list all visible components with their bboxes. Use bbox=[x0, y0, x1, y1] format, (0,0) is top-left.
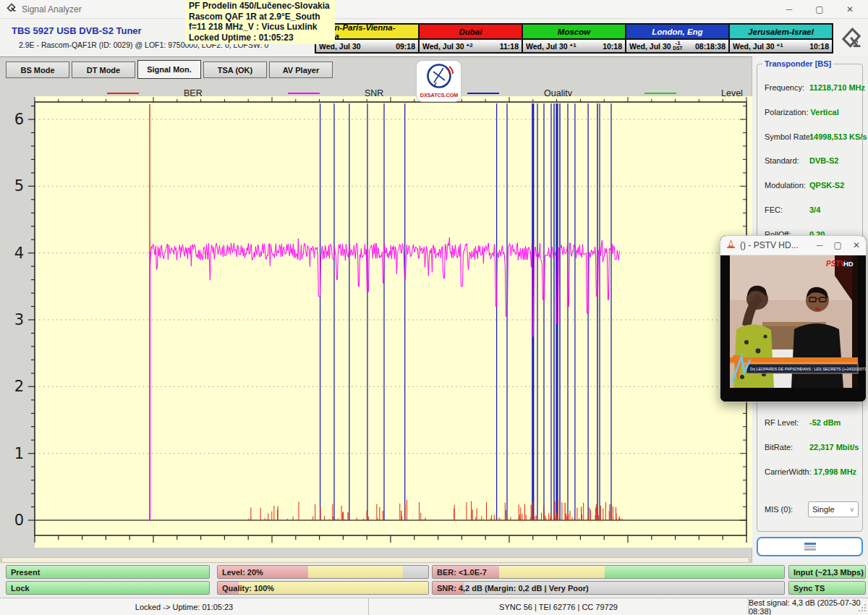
antenna-info-box: PF Prodelin 450/Lučenec-Slovakia Rascom … bbox=[185, 0, 335, 44]
clock-offset-sub: DST bbox=[673, 46, 683, 51]
clock-city: Jerusalem-Israel bbox=[728, 23, 833, 38]
ber-bar: BER: <1.0E-7 bbox=[432, 565, 785, 579]
svg-text:1: 1 bbox=[14, 445, 24, 462]
dxsatcs-logo: DXSATCS.COM bbox=[416, 60, 461, 102]
titlebar: Signal Analyzer ─ ▢ ✕ bbox=[0, 0, 868, 19]
ber-label: BER: <1.0E-7 bbox=[437, 568, 487, 577]
field-label: CarrierWidth: bbox=[765, 467, 814, 476]
lock-indicator: Lock bbox=[6, 581, 210, 595]
level-label: Level: 20% bbox=[222, 568, 263, 577]
close-icon[interactable]: ✕ bbox=[835, 0, 865, 19]
field-label: Frequency: bbox=[765, 83, 809, 92]
field-value: 11218,710 MHz bbox=[809, 83, 865, 92]
field-symbol-rate: Symbol Rate:14998,513 KS/s bbox=[765, 132, 860, 141]
channel-logo-hd: HD bbox=[843, 260, 854, 268]
clock-time: 10:18 bbox=[603, 42, 622, 51]
clock-london: London, Eng Wed, Jul 30-1DST08:18:38 bbox=[625, 23, 730, 54]
dxsatcs-brand-text: DXSATCS.COM bbox=[420, 92, 458, 98]
vlc-titlebar: () - PSTV HD... ─ ▢ ✕ bbox=[720, 236, 866, 255]
field-value: -52 dBm bbox=[809, 418, 841, 427]
stream-list-button[interactable] bbox=[757, 537, 863, 556]
maximize-icon[interactable]: ▢ bbox=[804, 0, 835, 19]
info-line: Locked Uptime : 01:05:23 bbox=[189, 33, 331, 43]
vlc-player-window[interactable]: () - PSTV HD... ─ ▢ ✕ bbox=[720, 235, 867, 402]
field-value: DVB-S2 bbox=[809, 156, 838, 165]
clock-date: Wed, Jul 30 bbox=[526, 42, 568, 51]
vlc-cone-icon bbox=[726, 239, 736, 252]
clock-city: Moscow bbox=[522, 23, 626, 38]
field-standard: Standard:DVB-S2 bbox=[765, 156, 860, 165]
satellite-app-icon bbox=[6, 2, 17, 16]
clock-time: 09:18 bbox=[396, 42, 415, 51]
clock-offset: +2 bbox=[467, 43, 473, 48]
svg-text:4: 4 bbox=[14, 245, 24, 262]
vlc-video-area[interactable]: PSTV HD Drj LEOPARDS DE PAPSON DANS : LE… bbox=[720, 255, 866, 402]
clock-date: Wed, Jul 30 bbox=[733, 42, 775, 51]
field-value: 3/4 bbox=[809, 205, 820, 214]
svg-text:0: 0 bbox=[14, 512, 24, 529]
field-frequency: Frequency:11218,710 MHz bbox=[765, 83, 860, 92]
clock-dubai: Dubai Wed, Jul 30+211:18 bbox=[418, 23, 523, 54]
quality-bar: Quality: 100% bbox=[217, 581, 429, 595]
level-line-swatch bbox=[644, 93, 676, 94]
clock-time: 08:18:38 bbox=[695, 42, 726, 51]
info-line: f=11 218 MHz_V : Vicus Luxlink bbox=[189, 22, 331, 33]
clock-city: Dubai bbox=[418, 23, 523, 38]
quality-line-swatch bbox=[467, 93, 499, 94]
present-label: Present bbox=[11, 568, 40, 577]
clock-date: Wed, Jul 30 bbox=[422, 42, 464, 51]
banner-text-right: DANS : LES SECRETS ()+24320207324T bbox=[800, 367, 867, 371]
svg-text:2: 2 bbox=[14, 378, 24, 395]
minimize-icon[interactable]: ─ bbox=[774, 0, 804, 19]
transponder-title: Transponder [BS] bbox=[762, 59, 833, 68]
field-value: QPSK-S2 bbox=[809, 181, 844, 190]
info-line: Rascom QAF 1R at 2.9°E_South bbox=[189, 12, 331, 22]
vlc-minimize-icon[interactable]: ─ bbox=[817, 240, 823, 250]
signal-chart: 0123456 bbox=[0, 95, 752, 564]
tab-dt-mode[interactable]: DT Mode bbox=[72, 62, 135, 78]
quality-label: Quality: 100% bbox=[222, 584, 274, 593]
ber-line-swatch bbox=[107, 93, 139, 94]
clock-offset: +1 bbox=[570, 43, 576, 48]
field-rf-level: RF Level:-52 dBm bbox=[765, 418, 860, 427]
clock-city: London, Eng bbox=[625, 23, 730, 38]
tab-signal-mon[interactable]: Signal Mon. bbox=[137, 60, 201, 79]
tuner-title: TBS 5927 USB DVB-S2 Tuner bbox=[12, 25, 142, 36]
input-label: Input (~21,3 Mbps) bbox=[793, 568, 864, 577]
status-best-signal: Best signal: 4,3 dB (2025-07-30 08:38) bbox=[749, 598, 868, 615]
tab-bs-mode[interactable]: BS Mode bbox=[6, 62, 69, 78]
field-label: FEC: bbox=[765, 205, 809, 214]
svg-text:5: 5 bbox=[14, 177, 24, 195]
snr-label: SNR: 4,2 dB (Margin: 0,2 dB | Very Poor) bbox=[437, 584, 589, 593]
field-label: Symbol Rate: bbox=[765, 132, 809, 141]
snr-bar: SNR: 4,2 dB (Margin: 0,2 dB | Very Poor) bbox=[432, 581, 785, 595]
field-label: BitRate: bbox=[765, 443, 809, 451]
resize-grip[interactable] bbox=[858, 603, 867, 614]
tab-av-player[interactable]: AV Player bbox=[269, 62, 333, 78]
present-indicator: Present bbox=[6, 565, 210, 579]
clock-date: Wed, Jul 30 bbox=[629, 42, 671, 51]
vlc-maximize-icon[interactable]: ▢ bbox=[834, 240, 842, 250]
mis-dropdown[interactable]: Single∨ bbox=[808, 501, 859, 517]
banner-text-left: Drj LEOPARDS DE PAPSON bbox=[750, 367, 801, 371]
field-carrier-width: CarrierWidth:17,998 MHz bbox=[765, 467, 860, 476]
field-value: 22,317 Mbit/s bbox=[809, 443, 859, 451]
tab-tsa[interactable]: TSA (OK) bbox=[203, 62, 267, 78]
snr-line-swatch bbox=[288, 93, 320, 94]
field-fec: FEC:3/4 bbox=[765, 205, 860, 214]
status-lock-uptime: Locked -> Uptime: 01:05:23 bbox=[0, 598, 369, 615]
vlc-close-icon[interactable]: ✕ bbox=[853, 240, 860, 250]
clock-jerusalem: Jerusalem-Israel Wed, Jul 30+110:18 bbox=[728, 23, 833, 54]
window-controls: ─ ▢ ✕ bbox=[774, 0, 865, 19]
svg-text:3: 3 bbox=[14, 311, 24, 328]
clock-offset: +1 bbox=[777, 43, 783, 48]
lock-label: Lock bbox=[11, 584, 30, 593]
field-polarization: Polarization:Vertical bbox=[765, 108, 860, 116]
svg-text:6: 6 bbox=[14, 111, 24, 128]
vlc-window-title: () - PSTV HD... bbox=[740, 240, 799, 250]
level-bar: Level: 20% bbox=[217, 565, 429, 579]
clock-time: 11:18 bbox=[500, 42, 519, 51]
field-modulation: Modulation:QPSK-S2 bbox=[765, 181, 860, 190]
input-indicator: Input (~21,3 Mbps) bbox=[788, 565, 866, 579]
field-label: Modulation: bbox=[765, 181, 809, 190]
